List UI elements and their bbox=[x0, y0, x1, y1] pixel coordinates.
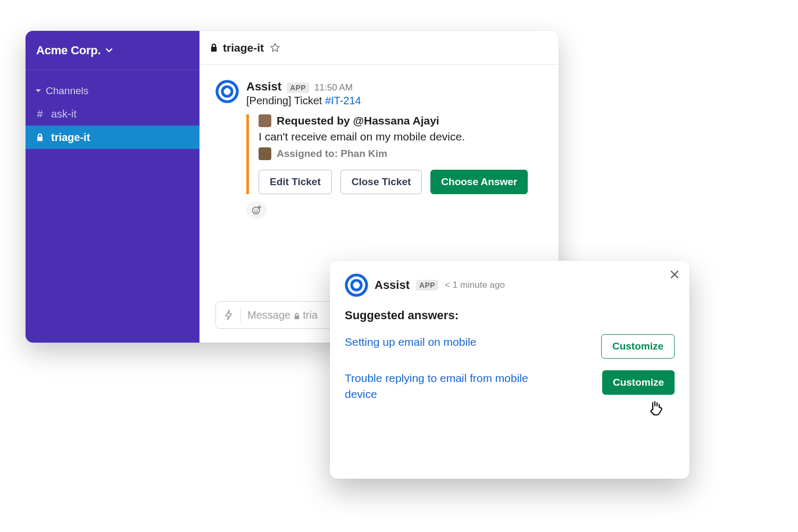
chevron-down-icon bbox=[105, 46, 113, 55]
hash-icon: # bbox=[35, 108, 45, 120]
suggested-answers-modal: Assist APP < 1 minute ago Suggested answ… bbox=[330, 261, 689, 479]
svg-point-6 bbox=[253, 207, 260, 214]
svg-point-8 bbox=[256, 209, 257, 210]
channel-label: ask-it bbox=[51, 108, 77, 120]
channels-section: Channels # ask-it triage-it bbox=[26, 70, 200, 149]
app-badge: APP bbox=[416, 280, 438, 290]
star-button[interactable] bbox=[269, 42, 281, 54]
message-time: 11:50 AM bbox=[314, 82, 353, 93]
lock-icon bbox=[35, 133, 45, 142]
message-body: Assist APP 11:50 AM [Pending] Ticket #IT… bbox=[246, 80, 543, 219]
channels-label: Channels bbox=[46, 85, 88, 97]
lightning-icon[interactable] bbox=[223, 309, 234, 321]
app-badge: APP bbox=[287, 82, 309, 93]
message-author: Assist bbox=[246, 80, 281, 94]
assist-avatar bbox=[215, 80, 239, 103]
customize-button[interactable]: Customize bbox=[602, 370, 675, 395]
channels-section-toggle[interactable]: Channels bbox=[26, 85, 200, 97]
svg-rect-3 bbox=[216, 90, 238, 93]
suggestion-row: Trouble replying to email from mobile de… bbox=[345, 370, 675, 403]
ticket-attachment: Requested by @Hassana Ajayi I can't rece… bbox=[246, 114, 543, 194]
edit-ticket-button[interactable]: Edit Ticket bbox=[259, 170, 332, 194]
channel-header: triage-it bbox=[200, 31, 559, 65]
add-reaction-button[interactable] bbox=[246, 202, 267, 219]
issue-text: I can't receive email on my mobile devic… bbox=[259, 130, 543, 143]
channel-triage-it[interactable]: triage-it bbox=[26, 126, 200, 149]
divider bbox=[240, 308, 241, 322]
suggestion-link[interactable]: Setting up email on mobile bbox=[345, 334, 476, 350]
close-ticket-button[interactable]: Close Ticket bbox=[340, 170, 422, 194]
customize-button[interactable]: Customize bbox=[601, 334, 675, 359]
workspace-name: Acme Corp. bbox=[36, 44, 101, 57]
ticket-link[interactable]: #IT-214 bbox=[325, 95, 361, 106]
assignee-avatar bbox=[259, 147, 271, 160]
requested-by: Requested by @Hassana Ajayi bbox=[277, 114, 439, 127]
message-area: Assist APP 11:50 AM [Pending] Ticket #IT… bbox=[200, 65, 559, 292]
choose-answer-button[interactable]: Choose Answer bbox=[430, 170, 528, 194]
assigned-to: Assigned to: Phan Kim bbox=[277, 148, 387, 160]
suggested-answers-heading: Suggested answers: bbox=[345, 309, 675, 322]
modal-author: Assist bbox=[375, 278, 410, 292]
lock-icon bbox=[210, 43, 218, 52]
message: Assist APP 11:50 AM [Pending] Ticket #IT… bbox=[215, 80, 543, 219]
workspace-switcher[interactable]: Acme Corp. bbox=[26, 31, 200, 70]
close-button[interactable] bbox=[669, 269, 680, 282]
status-prefix: [Pending] Ticket bbox=[246, 95, 325, 106]
channel-list: # ask-it triage-it bbox=[26, 102, 200, 149]
channel-ask-it[interactable]: # ask-it bbox=[26, 102, 200, 126]
suggestion-link[interactable]: Trouble replying to email from mobile de… bbox=[345, 370, 558, 403]
svg-rect-12 bbox=[345, 284, 368, 287]
channel-label: triage-it bbox=[51, 131, 90, 144]
sidebar: Acme Corp. Channels # ask-it bbox=[26, 31, 200, 343]
modal-header: Assist APP < 1 minute ago bbox=[345, 273, 675, 297]
requester-avatar bbox=[259, 114, 271, 127]
modal-time: < 1 minute ago bbox=[445, 280, 505, 290]
channel-name: triage-it bbox=[223, 41, 264, 54]
composer-placeholder: Message tria bbox=[247, 309, 318, 321]
suggestion-row: Setting up email on mobile Customize bbox=[345, 334, 675, 359]
caret-down-icon bbox=[35, 88, 41, 94]
assist-avatar bbox=[345, 273, 368, 297]
svg-point-7 bbox=[254, 209, 255, 210]
message-subject: [Pending] Ticket #IT-214 bbox=[246, 95, 543, 107]
lock-icon bbox=[294, 312, 300, 320]
